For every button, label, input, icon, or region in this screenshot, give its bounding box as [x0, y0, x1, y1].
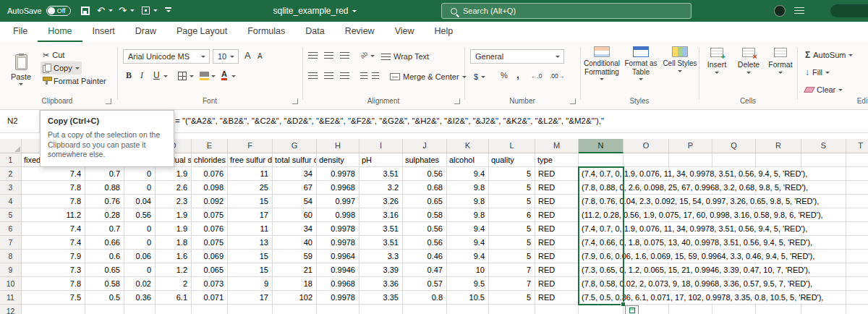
cell-E11[interactable]: 0.071: [192, 291, 227, 304]
cell-L5[interactable]: 6: [489, 208, 535, 221]
cell-B3[interactable]: 0.88: [85, 181, 124, 194]
cell-C10[interactable]: 0.02: [124, 277, 155, 290]
column-header-O[interactable]: O: [624, 139, 669, 153]
cell-E4[interactable]: 0.092: [192, 195, 227, 208]
cell-H6[interactable]: 0.9978: [317, 222, 359, 235]
cell-H2[interactable]: 0.9978: [317, 167, 359, 180]
cell-H11[interactable]: 0.9978: [317, 291, 359, 304]
cell-A6[interactable]: 7.4: [22, 222, 85, 235]
column-header-P[interactable]: P: [669, 139, 712, 153]
cell-J3[interactable]: 0.68: [403, 181, 446, 194]
cell-E7[interactable]: 0.075: [192, 236, 227, 249]
cell-H4[interactable]: 0.997: [317, 195, 359, 208]
cell-I8[interactable]: 3.3: [359, 250, 402, 263]
column-header-M[interactable]: M: [535, 139, 579, 153]
cell-M8[interactable]: RED: [535, 250, 578, 263]
column-header-K[interactable]: K: [447, 139, 489, 153]
cell-E5[interactable]: 0.075: [192, 208, 227, 221]
cell-I6[interactable]: 3.51: [359, 222, 402, 235]
cell-D9[interactable]: 1.2: [156, 263, 191, 276]
cell-K4[interactable]: 9.8: [447, 195, 488, 208]
cell-M2[interactable]: RED: [535, 167, 578, 180]
cell-K10[interactable]: 9.5: [447, 277, 488, 290]
cell-H3[interactable]: 0.9968: [317, 181, 359, 194]
cell-B5[interactable]: 0.28: [85, 208, 124, 221]
column-header-S[interactable]: S: [801, 139, 846, 153]
cell-M6[interactable]: RED: [535, 222, 578, 235]
cell-J11[interactable]: 0.8: [403, 291, 446, 304]
cell-C9[interactable]: 0: [124, 263, 155, 276]
cell-N5[interactable]: (11.2, 0.28, 0.56, 1.9, 0.075, 17, 60, 0…: [579, 209, 823, 221]
row-header-11[interactable]: 11: [0, 291, 22, 305]
cell-B6[interactable]: 0.7: [85, 222, 124, 235]
cell-C8[interactable]: 0.06: [124, 250, 155, 263]
cell-H1[interactable]: density: [317, 153, 359, 166]
cell-N4[interactable]: (7.8, 0.76, 0.04, 2.3, 0.092, 15, 54, 0.…: [579, 195, 819, 207]
cell-J6[interactable]: 0.56: [403, 222, 446, 235]
cell-F2[interactable]: 11: [228, 167, 272, 180]
cell-D4[interactable]: 2.3: [156, 195, 191, 208]
cell-H7[interactable]: 0.9978: [317, 236, 359, 249]
cell-M1[interactable]: type: [535, 153, 578, 166]
cell-B4[interactable]: 0.76: [85, 195, 124, 208]
cell-E9[interactable]: 0.065: [192, 263, 227, 276]
row-header-3[interactable]: 3: [0, 181, 22, 195]
cell-E3[interactable]: 0.098: [192, 181, 227, 194]
cell-M11[interactable]: RED: [535, 291, 578, 304]
cell-G8[interactable]: 59: [273, 250, 316, 263]
cell-A7[interactable]: 7.4: [22, 236, 85, 249]
cell-I11[interactable]: 3.35: [359, 291, 402, 304]
cell-F6[interactable]: 11: [228, 222, 272, 235]
cell-C5[interactable]: 0.56: [124, 208, 155, 221]
cell-L1[interactable]: quality: [489, 153, 535, 166]
cell-K8[interactable]: 9.4: [447, 250, 488, 263]
column-header-G[interactable]: G: [273, 139, 317, 153]
row-header-5[interactable]: 5: [0, 208, 22, 222]
cell-M4[interactable]: RED: [535, 195, 578, 208]
cell-B7[interactable]: 0.66: [85, 236, 124, 249]
cell-N9[interactable]: (7.3, 0.65, 0, 1.2, 0.065, 15, 21, 0.994…: [579, 264, 810, 276]
fill-options-button[interactable]: [625, 305, 639, 314]
cell-F10[interactable]: 9: [228, 277, 272, 290]
cell-I5[interactable]: 3.16: [359, 208, 402, 221]
cell-H5[interactable]: 0.998: [317, 208, 359, 221]
cell-D8[interactable]: 1.6: [156, 250, 191, 263]
cell-E1[interactable]: chlorides: [192, 153, 227, 166]
cell-G1[interactable]: total sulfur dioxide: [273, 153, 316, 166]
column-header-T[interactable]: T: [846, 139, 868, 153]
cell-H9[interactable]: 0.9946: [317, 263, 359, 276]
cell-N2[interactable]: (7.4, 0.7, 0, 1.9, 0.076, 11, 34, 0.9978…: [579, 168, 807, 179]
cell-L2[interactable]: 5: [489, 167, 535, 180]
cell-I9[interactable]: 3.39: [359, 263, 402, 276]
cell-N8[interactable]: (7.9, 0.6, 0.06, 1.6, 0.069, 15, 59, 0.9…: [579, 250, 814, 262]
cell-A5[interactable]: 11.2: [22, 208, 85, 221]
cell-D6[interactable]: 1.9: [156, 222, 191, 235]
row-header-12[interactable]: 12: [0, 305, 22, 314]
cell-H10[interactable]: 0.9968: [317, 277, 359, 290]
cell-C11[interactable]: 0.36: [124, 291, 155, 304]
cell-J5[interactable]: 0.58: [403, 208, 446, 221]
cell-H8[interactable]: 0.9964: [317, 250, 359, 263]
cell-E10[interactable]: 0.073: [192, 277, 227, 290]
cell-K5[interactable]: 9.8: [447, 208, 488, 221]
cell-A4[interactable]: 7.8: [22, 195, 85, 208]
cell-M7[interactable]: RED: [535, 236, 578, 249]
column-header-F[interactable]: F: [228, 139, 273, 153]
cell-K7[interactable]: 9.4: [447, 236, 488, 249]
cell-G3[interactable]: 67: [273, 181, 316, 194]
row-header-2[interactable]: 2: [0, 167, 22, 181]
column-header-I[interactable]: I: [359, 139, 403, 153]
cell-K6[interactable]: 9.4: [447, 222, 488, 235]
column-header-J[interactable]: J: [403, 139, 447, 153]
cell-D10[interactable]: 2: [156, 277, 191, 290]
row-header-7[interactable]: 7: [0, 236, 22, 250]
column-header-E[interactable]: E: [192, 139, 228, 153]
cell-F1[interactable]: free sulfur dioxide: [228, 153, 272, 166]
cell-F8[interactable]: 15: [228, 250, 272, 263]
cell-K9[interactable]: 10: [447, 263, 488, 276]
cell-A3[interactable]: 7.8: [22, 181, 85, 194]
cell-G9[interactable]: 21: [273, 263, 316, 276]
cell-C4[interactable]: 0.04: [124, 195, 155, 208]
cell-L6[interactable]: 5: [489, 222, 535, 235]
cell-D11[interactable]: 6.1: [156, 291, 191, 304]
